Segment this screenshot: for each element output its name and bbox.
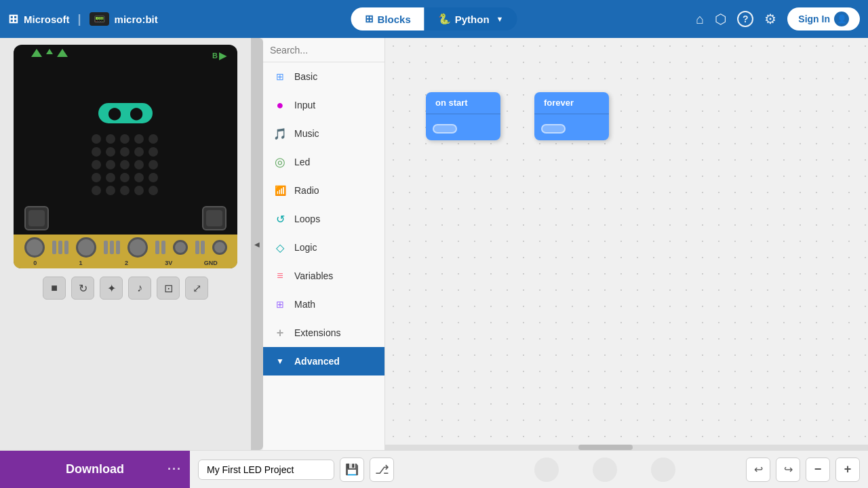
scrollbar-thumb[interactable] <box>578 445 633 450</box>
antenna-triangle-1 <box>31 49 42 57</box>
pin-strip: 0 1 2 3V GND <box>14 235 237 268</box>
button-a-inner <box>28 210 45 226</box>
pin-3v-label: 3V <box>165 260 172 266</box>
music-icon: 🎵 <box>273 126 288 141</box>
simulator-controls: ■ ↻ ✦ ♪ ⊡ ⤢ <box>43 277 208 300</box>
settings-icon[interactable]: ⚙ <box>764 11 776 27</box>
chevron-down-icon: ▼ <box>496 15 504 23</box>
advanced-chevron-icon: ▼ <box>273 354 288 369</box>
tab-python-label: Python <box>455 14 490 25</box>
user-avatar-icon: 👤 <box>834 12 849 26</box>
tab-blocks[interactable]: ⊞ Blocks <box>351 7 425 30</box>
redo-button[interactable]: ↪ <box>776 458 800 482</box>
ghost-icons-area <box>472 458 738 482</box>
zoom-in-button[interactable]: + <box>835 458 860 482</box>
panel-collapse-toggle[interactable]: ◀ <box>251 38 263 450</box>
share-icon[interactable]: ⬡ <box>715 11 726 27</box>
toolbox-item-advanced-label: Advanced <box>294 356 340 367</box>
save-icon: 💾 <box>345 463 359 476</box>
undo-button[interactable]: ↩ <box>746 458 770 482</box>
mode-tabs: ⊞ Blocks 🐍 Python ▼ <box>351 7 517 30</box>
toolbox-item-math[interactable]: ⊞ Math <box>263 290 384 319</box>
led-grid <box>92 134 159 195</box>
toolbox-item-basic-label: Basic <box>294 71 317 82</box>
small-pins-4 <box>195 241 205 254</box>
help-icon[interactable]: ? <box>737 11 753 27</box>
toolbox-item-led-label: Led <box>294 157 310 167</box>
toolbox-item-music[interactable]: 🎵 Music <box>263 119 384 148</box>
toolbox-item-advanced[interactable]: ▼ Advanced <box>263 347 384 375</box>
toolbox-item-extensions[interactable]: + Extensions <box>263 319 384 347</box>
toolbox-panel: 🔍 ⊞ Basic ● Input 🎵 Music ◎ Led 📶 Radio … <box>263 38 385 450</box>
horizontal-scrollbar[interactable] <box>385 445 868 450</box>
refresh-button[interactable]: ↻ <box>71 277 94 300</box>
block-on-start[interactable]: on start <box>426 92 500 140</box>
tab-python[interactable]: 🐍 Python ▼ <box>425 7 517 30</box>
toolbox-item-input[interactable]: ● Input <box>263 91 384 119</box>
debug-button[interactable]: ✦ <box>100 277 123 300</box>
toolbox-item-radio[interactable]: 📶 Radio <box>263 176 384 205</box>
save-button[interactable]: 💾 <box>340 458 364 482</box>
microbit-label: micro:bit <box>115 14 158 25</box>
ghost-icon-1 <box>534 458 559 482</box>
pin-0-hole <box>24 237 45 258</box>
pin-gnd-hole <box>212 240 227 255</box>
block-forever[interactable]: forever <box>534 92 609 140</box>
block-notch-2 <box>541 124 566 134</box>
zoom-in-icon: + <box>844 462 852 476</box>
pin-gnd-label: GND <box>204 260 218 266</box>
button-b[interactable] <box>202 206 226 230</box>
microsoft-label: Microsoft <box>24 14 70 25</box>
toolbox-item-basic[interactable]: ⊞ Basic <box>263 62 384 91</box>
tab-blocks-label: Blocks <box>378 14 411 25</box>
ghost-icon-2 <box>593 458 617 482</box>
download-more-icon[interactable]: ··· <box>167 462 182 476</box>
toolbox-item-logic-label: Logic <box>294 242 317 253</box>
sign-in-button[interactable]: Sign In 👤 <box>787 7 860 30</box>
toolbox-item-loops[interactable]: ↺ Loops <box>263 205 384 233</box>
home-icon[interactable]: ⌂ <box>696 12 704 27</box>
toolbox-item-led[interactable]: ◎ Led <box>263 148 384 176</box>
screenshot-button[interactable]: ⊡ <box>157 277 180 300</box>
search-input[interactable] <box>270 45 389 56</box>
extensions-icon: + <box>273 325 288 340</box>
zoom-out-button[interactable]: − <box>806 458 830 482</box>
header-actions: ⌂ ⬡ ? ⚙ Sign In 👤 <box>696 7 860 30</box>
project-name-area: 💾 ⎇ <box>190 458 472 482</box>
button-b-label: B ▶ <box>212 50 226 61</box>
brand-divider: | <box>78 12 81 26</box>
antenna-triangle-2 <box>46 49 53 54</box>
footer-right-controls: ↩ ↪ − + <box>738 458 868 482</box>
pin-0-label: 0 <box>33 260 37 266</box>
led-face: ⬤⬤ <box>98 103 153 123</box>
math-icon: ⊞ <box>273 297 288 312</box>
download-button[interactable]: Download ··· <box>0 451 190 489</box>
project-name-input[interactable] <box>198 460 334 480</box>
logic-icon: ◇ <box>273 240 288 255</box>
pin-1-label: 1 <box>79 260 83 266</box>
python-icon: 🐍 <box>438 13 451 25</box>
antenna-triangle-3 <box>57 49 68 57</box>
button-b-inner <box>206 210 222 226</box>
microbit-device: B ▶ ⬤⬤ <box>14 45 237 268</box>
stop-button[interactable]: ■ <box>43 277 66 300</box>
redo-icon: ↪ <box>784 463 793 476</box>
fullscreen-button[interactable]: ⤢ <box>185 277 208 300</box>
blocks-icon: ⊞ <box>365 13 374 25</box>
toolbox-item-input-label: Input <box>294 100 315 110</box>
pin-2-hole <box>127 237 148 258</box>
github-button[interactable]: ⎇ <box>370 458 394 482</box>
github-icon: ⎇ <box>375 462 389 477</box>
ghost-icon-3 <box>651 458 675 482</box>
button-a[interactable] <box>24 206 49 230</box>
toolbox-item-logic[interactable]: ◇ Logic <box>263 233 384 262</box>
hardware-buttons <box>14 206 237 230</box>
header: ⊞ Microsoft | 📟 micro:bit ⊞ Blocks 🐍 Pyt… <box>0 0 868 38</box>
sound-button[interactable]: ♪ <box>128 277 151 300</box>
variables-icon: ≡ <box>273 268 288 283</box>
undo-icon: ↩ <box>754 463 763 476</box>
toolbox-item-variables[interactable]: ≡ Variables <box>263 262 384 290</box>
small-pins-3 <box>155 241 165 254</box>
basic-icon: ⊞ <box>273 69 288 84</box>
microbit-logo-icon: 📟 <box>90 12 109 26</box>
